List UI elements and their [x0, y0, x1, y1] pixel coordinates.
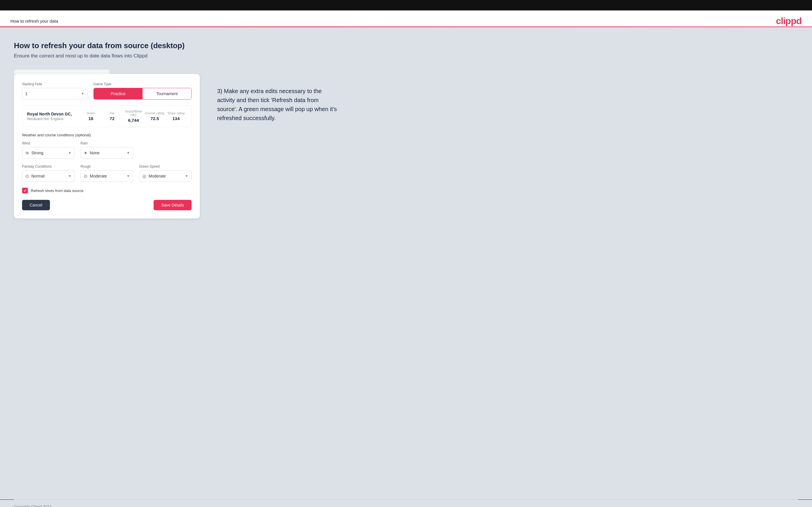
row-hole-gametype: Starting Hole 1 ▼ Game Type Practice To	[22, 82, 192, 100]
col-rough: Rough ⊙ Moderate ▼	[81, 164, 133, 182]
starting-hole-label: Starting Hole	[22, 82, 88, 86]
yards-label: Yards/White (M))	[123, 110, 144, 117]
content-area: How to refresh your data from source (de…	[0, 27, 812, 500]
course-info: Royal North Devon GC, Westward Hol, Engl…	[22, 105, 192, 127]
cancel-button[interactable]: Cancel	[22, 200, 50, 210]
game-type-toggle: Practice Tournament	[94, 88, 192, 100]
yards-value: 6,744	[123, 118, 144, 123]
stat-holes: Holes 18	[80, 111, 101, 121]
main-layout: Starting Hole 1 ▼ Game Type Practice To	[14, 69, 798, 218]
course-location: Westward Hol, England	[27, 117, 80, 121]
refresh-checkbox[interactable]: ✓	[22, 188, 28, 193]
fairway-select[interactable]: ⊙ Normal ▼	[22, 170, 74, 182]
starting-hole-select[interactable]: 1 ▼	[22, 88, 88, 100]
course-name: Royal North Devon GC,	[27, 112, 80, 116]
course-rating-value: 72.5	[144, 116, 165, 121]
rain-input[interactable]: None	[90, 151, 130, 155]
practice-button[interactable]: Practice	[94, 88, 143, 99]
course-info-row: Royal North Devon GC, Westward Hol, Engl…	[27, 110, 187, 123]
row-wind-rain: Wind ≋ Strong ▼ Rain ✦	[22, 141, 192, 159]
form-card: Starting Hole 1 ▼ Game Type Practice To	[14, 69, 200, 218]
fairway-label: Fairway Conditions	[22, 164, 74, 169]
fairway-input[interactable]: Normal	[31, 174, 71, 178]
rough-input[interactable]: Moderate	[90, 174, 130, 178]
rough-icon: ⊙	[84, 173, 87, 179]
wind-input[interactable]: Strong	[31, 151, 71, 155]
course-rating-label: Course rating	[144, 111, 165, 115]
holes-value: 18	[80, 116, 101, 121]
par-label: Par	[102, 111, 123, 115]
weather-section-title: Weather and course conditions (optional)	[22, 133, 192, 137]
page-heading: How to refresh your data from source (de…	[14, 41, 798, 50]
footer: Copyright Clippd 2022	[0, 500, 812, 507]
tournament-button[interactable]: Tournament	[143, 88, 191, 99]
col-green-speed: Green Speed ◎ Moderate ▼	[139, 164, 192, 182]
slope-rating-label: Slope rating	[165, 111, 187, 115]
copyright-text: Copyright Clippd 2022	[14, 504, 51, 507]
refresh-checkbox-label: Refresh shots from data source	[31, 188, 83, 193]
header-title: How to refresh your data	[10, 18, 58, 23]
green-speed-input[interactable]: Moderate	[149, 174, 189, 178]
par-value: 72	[102, 116, 123, 121]
green-speed-select[interactable]: ◎ Moderate ▼	[139, 170, 192, 182]
instruction-text: 3) Make any extra edits necessary to the…	[217, 69, 339, 123]
page-subheading: Ensure the correct and most up to date d…	[14, 53, 798, 59]
starting-hole-input[interactable]: 1	[25, 91, 85, 96]
stat-yards: Yards/White (M)) 6,744	[123, 110, 144, 123]
refresh-checkbox-row: ✓ Refresh shots from data source	[22, 188, 192, 193]
col-starting-hole: Starting Hole 1 ▼	[22, 82, 88, 100]
col-fairway: Fairway Conditions ⊙ Normal ▼	[22, 164, 74, 182]
checkmark-icon: ✓	[23, 188, 27, 193]
logo: clippd	[776, 16, 802, 26]
wind-select[interactable]: ≋ Strong ▼	[22, 147, 74, 159]
rain-icon: ✦	[84, 150, 87, 156]
stat-par: Par 72	[102, 111, 123, 121]
green-speed-label: Green Speed	[139, 164, 192, 169]
holes-label: Holes	[80, 111, 101, 115]
col-wind: Wind ≋ Strong ▼	[22, 141, 74, 159]
wind-label: Wind	[22, 141, 74, 145]
form-body: Starting Hole 1 ▼ Game Type Practice To	[14, 74, 200, 218]
row-fairway-rough-green: Fairway Conditions ⊙ Normal ▼ Rough ⊙	[22, 164, 192, 182]
stat-slope-rating: Slope rating 134	[165, 111, 187, 121]
game-type-label: Game Type	[94, 82, 192, 86]
rain-label: Rain	[81, 141, 133, 145]
col-game-type: Game Type Practice Tournament	[94, 82, 192, 100]
slope-rating-value: 134	[165, 116, 187, 121]
fairway-icon: ⊙	[25, 173, 29, 179]
col-rain: Rain ✦ None ▼	[81, 141, 133, 159]
rough-select[interactable]: ⊙ Moderate ▼	[81, 170, 133, 182]
rough-label: Rough	[81, 164, 133, 169]
top-bar	[0, 0, 812, 10]
wind-icon: ≋	[25, 150, 29, 156]
rain-select[interactable]: ✦ None ▼	[81, 147, 133, 159]
save-button[interactable]: Save Details	[154, 200, 192, 210]
stat-course-rating: Course rating 72.5	[144, 111, 165, 121]
course-name-col: Royal North Devon GC, Westward Hol, Engl…	[27, 112, 80, 121]
green-speed-icon: ◎	[142, 173, 146, 179]
header: How to refresh your data clippd	[0, 10, 812, 26]
button-row: Cancel Save Details	[22, 200, 192, 210]
